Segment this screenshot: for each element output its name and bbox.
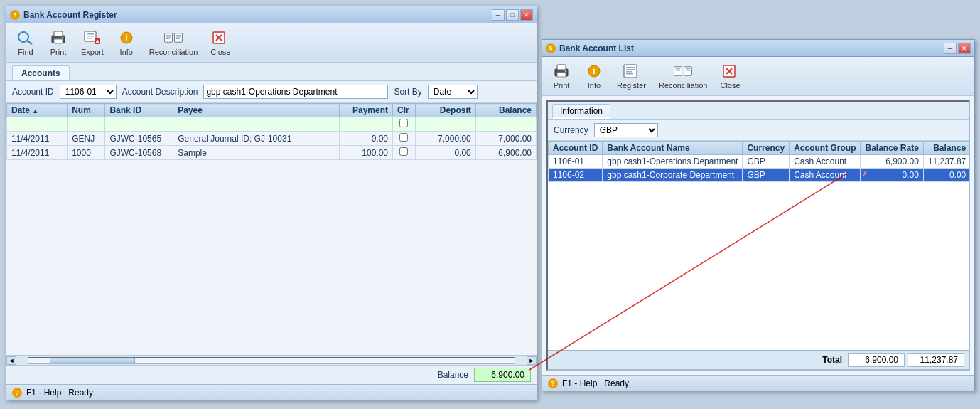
- svg-rect-17: [166, 36, 171, 37]
- cell-date-0[interactable]: 11/4/2011: [7, 132, 68, 146]
- col-clr[interactable]: Clr: [393, 104, 416, 117]
- cell-payee-1[interactable]: Sample: [173, 146, 340, 160]
- col-balance[interactable]: Balance: [475, 104, 536, 117]
- bar-help-icon: ?: [12, 388, 22, 398]
- table-row-new: [7, 117, 537, 132]
- cell-num-1[interactable]: 1000: [68, 146, 105, 160]
- bar-hscroll[interactable]: ◄ ►: [6, 355, 537, 365]
- svg-rect-28: [557, 73, 566, 77]
- cell-payment-new[interactable]: [340, 117, 393, 132]
- bar-close-button[interactable]: ✕: [520, 9, 533, 21]
- col-date[interactable]: Date ▲: [7, 104, 68, 117]
- bal-cell-balance-0[interactable]: 11,237.87: [923, 155, 969, 169]
- bar-export-label: Export: [81, 48, 104, 56]
- col-payee[interactable]: Payee: [173, 104, 340, 117]
- bal-close-toolbar-button[interactable]: Close: [715, 60, 745, 92]
- bal-close-label: Close: [720, 81, 740, 90]
- bal-cell-accountid-0[interactable]: 1106-01: [549, 155, 603, 169]
- bal-cell-balance-1[interactable]: 0.00: [923, 169, 969, 182]
- col-payment[interactable]: Payment: [340, 104, 393, 117]
- information-tab[interactable]: Information: [552, 104, 610, 119]
- bar-reconciliation-button[interactable]: Reconciliation: [144, 26, 203, 59]
- bal-col-balance[interactable]: Balance: [923, 142, 969, 155]
- cell-clr-0[interactable]: [393, 132, 416, 146]
- bal-col-account-id[interactable]: Account ID: [549, 142, 603, 155]
- cell-bankid-1[interactable]: GJWC-10568: [105, 146, 173, 160]
- bal-info-button[interactable]: i Info: [579, 60, 609, 92]
- bal-cell-name-1[interactable]: gbp cash1-Corporate Department: [603, 169, 743, 182]
- cell-payee-new[interactable]: [173, 117, 340, 132]
- bal-cell-name-0[interactable]: gbp cash1-Operations Department: [603, 155, 743, 169]
- cell-date-new[interactable]: [7, 117, 68, 132]
- bal-cell-group-1[interactable]: Cash Account: [790, 169, 861, 182]
- bal-title-bar: $ Bank Account List ─ ✕: [542, 40, 974, 57]
- bal-col-group[interactable]: Account Group: [790, 142, 861, 155]
- bar-win-controls: ─ □ ✕: [492, 9, 533, 21]
- cell-date-1[interactable]: 11/4/2011: [7, 146, 68, 160]
- col-deposit[interactable]: Deposit: [415, 104, 475, 117]
- bar-find-button[interactable]: Find: [11, 26, 41, 59]
- bal-reconciliation-button[interactable]: Reconciliation: [654, 60, 712, 92]
- sort-by-select[interactable]: Date: [428, 85, 478, 99]
- bal-cell-balrate-1[interactable]: ✗ 0.00: [861, 169, 923, 182]
- svg-rect-20: [176, 35, 181, 36]
- bar-title-icon: $: [10, 10, 20, 20]
- cell-balance-new[interactable]: [475, 117, 536, 132]
- cell-deposit-0[interactable]: 7,000.00: [415, 132, 475, 146]
- svg-rect-34: [626, 69, 635, 70]
- svg-rect-7: [87, 33, 94, 35]
- bar-minimize-button[interactable]: ─: [492, 9, 505, 21]
- cell-balance-1[interactable]: 6,900.00: [475, 146, 536, 160]
- bal-col-balance-rate[interactable]: Balance Rate: [861, 142, 923, 155]
- cell-bankid-new[interactable]: [105, 117, 173, 132]
- bal-help-text: F1 - Help: [562, 378, 597, 388]
- bar-close-toolbar-button[interactable]: Close: [205, 26, 235, 59]
- currency-select[interactable]: GBP: [594, 123, 658, 137]
- bar-balance-bar: Balance 6,900.00: [6, 365, 537, 384]
- col-num[interactable]: Num: [68, 104, 105, 117]
- bal-currency-row: Currency GBP: [548, 120, 969, 141]
- bal-reconciliation-label: Reconciliation: [659, 81, 707, 90]
- bal-cell-currency-1[interactable]: GBP: [743, 169, 790, 182]
- bar-export-button[interactable]: Export: [76, 26, 109, 59]
- bal-cell-currency-0[interactable]: GBP: [743, 155, 790, 169]
- bal-cell-group-0[interactable]: Cash Account: [790, 155, 861, 169]
- cell-num-new[interactable]: [68, 117, 105, 132]
- cell-balance-0[interactable]: 7,000.00: [475, 132, 536, 146]
- bal-cell-accountid-1[interactable]: 1106-02: [549, 169, 603, 182]
- cell-deposit-1[interactable]: 0.00: [415, 146, 475, 160]
- cell-bankid-0[interactable]: GJWC-10565: [105, 132, 173, 146]
- col-bank-id[interactable]: Bank ID: [105, 104, 173, 117]
- bar-restore-button[interactable]: □: [506, 9, 519, 21]
- cell-num-0[interactable]: GENJ: [68, 132, 105, 146]
- cell-clr-1[interactable]: [393, 146, 416, 160]
- cell-payee-0[interactable]: General Journal ID: GJ-10031: [173, 132, 340, 146]
- svg-point-0: [18, 32, 28, 42]
- svg-rect-19: [175, 33, 183, 42]
- bal-status-bar: ? F1 - Help Ready: [542, 375, 974, 391]
- accounts-tab[interactable]: Accounts: [12, 65, 70, 80]
- svg-line-1: [27, 41, 32, 44]
- cell-deposit-new[interactable]: [415, 117, 475, 132]
- cell-payment-0[interactable]: 0.00: [340, 132, 393, 146]
- bal-register-button[interactable]: Register: [612, 60, 651, 92]
- bal-col-name[interactable]: Bank Account Name: [603, 142, 743, 155]
- bar-hscroll-thumb[interactable]: [50, 358, 135, 363]
- bar-print-button[interactable]: Print: [43, 26, 73, 59]
- bal-col-currency[interactable]: Currency: [743, 142, 790, 155]
- account-id-select[interactable]: 1106-01: [60, 85, 117, 99]
- account-desc-input[interactable]: [203, 85, 388, 99]
- totals-balance-rate: 6,900.00: [848, 353, 905, 367]
- bal-print-button[interactable]: Print: [546, 60, 576, 92]
- bal-cell-balrate-0[interactable]: 6,900.00: [861, 155, 923, 169]
- bal-data-grid: Account ID Bank Account Name Currency Ac…: [548, 141, 969, 182]
- bal-minimize-button[interactable]: ─: [944, 43, 957, 54]
- bar-info-button[interactable]: i Info: [112, 26, 141, 59]
- bar-grid-container: Date ▲ Num Bank ID Payee Payment Clr Dep…: [6, 103, 537, 355]
- bal-grid-container: Account ID Bank Account Name Currency Ac…: [548, 141, 969, 350]
- bal-info-tab-bar: Information: [548, 102, 969, 120]
- bal-close-button[interactable]: ✕: [958, 43, 971, 54]
- cell-payment-1[interactable]: 100.00: [340, 146, 393, 160]
- bar-hscroll-track[interactable]: [28, 357, 515, 364]
- cell-clr-new[interactable]: [393, 117, 416, 132]
